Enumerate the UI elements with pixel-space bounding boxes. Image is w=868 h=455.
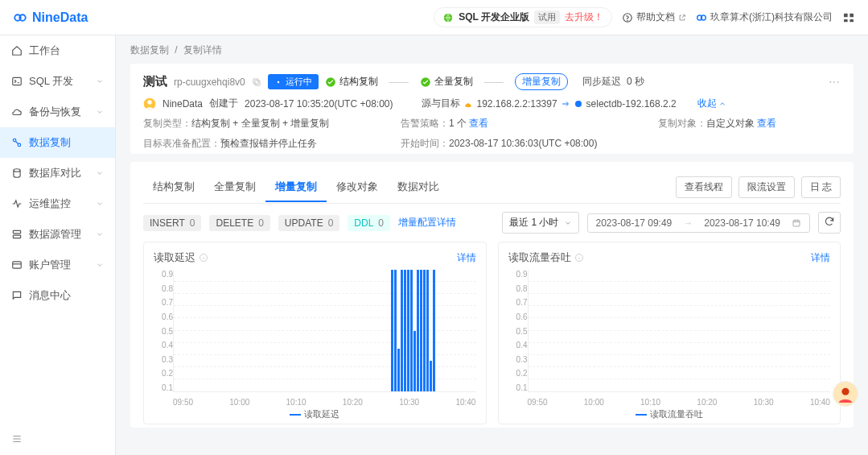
compare-icon <box>11 168 23 179</box>
logo-icon <box>13 10 27 25</box>
info-icon[interactable] <box>574 253 584 263</box>
time-range-select[interactable]: 最近 1 小时 <box>502 212 578 234</box>
stat-value: 0 <box>190 217 195 229</box>
date-range-picker[interactable]: 2023-08-17 09:49 → 2023-08-17 10:49 <box>587 213 811 233</box>
account-icon <box>11 259 23 271</box>
info-type-value: 结构复制 + 全量复制 + 增量复制 <box>191 118 329 129</box>
stat-value: 0 <box>328 217 334 229</box>
tab-struct[interactable]: 结构复制 <box>143 173 204 202</box>
sidebar-item-backup[interactable]: 备份与恢复 <box>0 97 115 127</box>
chevron-up-icon <box>718 100 726 108</box>
cloud-icon <box>11 106 23 118</box>
stat-label: INSERT <box>150 217 185 229</box>
throttle-button[interactable]: 限流设置 <box>738 176 795 198</box>
support-avatar-icon <box>837 385 854 403</box>
tab-incr[interactable]: 增量复制 <box>265 173 327 202</box>
sidebar-item-label: SQL 开发 <box>29 74 96 89</box>
help-doc-link[interactable]: 帮助文档 <box>622 10 686 24</box>
info-obj-value: 自定义对象 <box>706 118 755 129</box>
sidebar-item-sqldev[interactable]: SQL 开发 <box>0 66 115 97</box>
org-link[interactable]: 玖章算术(浙江)科技有限公司 <box>696 10 833 24</box>
legend-label: 读取流量吞吐 <box>650 408 703 420</box>
header-panel: 测试 rp-cuugxehqi8v0 运行中 结构复制 —— 全量复制 —— 增… <box>130 64 854 154</box>
stat-label: DELETE <box>216 217 253 229</box>
arrow-right-icon <box>561 99 570 109</box>
sidebar-item-label: 备份与恢复 <box>29 105 96 119</box>
svg-point-20 <box>277 81 279 83</box>
svg-rect-7 <box>844 13 848 17</box>
svg-rect-29 <box>793 220 800 226</box>
sidebar-item-datasource[interactable]: 数据源管理 <box>0 219 115 250</box>
threads-button[interactable]: 查看线程 <box>676 176 732 198</box>
logs-button[interactable]: 日 志 <box>801 176 841 198</box>
svg-point-24 <box>833 81 835 83</box>
logo[interactable]: NineData <box>13 10 88 25</box>
stat-label: UPDATE <box>285 217 323 229</box>
topbar-right: SQL 开发企业版 试用 去升级！ 帮助文档 玖章算术(浙江)科技有限公司 <box>434 7 855 27</box>
chart-card-throughput: 读取流量吞吐 详情 0.90.80.70.60.50.40.30.20.1 09… <box>498 242 841 424</box>
stat-insert: INSERT0 <box>143 215 201 231</box>
svg-point-28 <box>575 101 582 107</box>
support-avatar[interactable] <box>833 381 858 407</box>
chevron-down-icon <box>96 200 104 208</box>
info-start-label: 开始时间： <box>401 138 449 149</box>
time-range-value: 最近 1 小时 <box>509 216 558 230</box>
incr-config-link[interactable]: 增量配置详情 <box>398 216 456 230</box>
help-icon <box>622 12 633 23</box>
topbar: NineData SQL 开发企业版 试用 去升级！ 帮助文档 玖章算术(浙江)… <box>0 0 868 35</box>
main-content: 数据复制 / 复制详情 测试 rp-cuugxehqi8v0 运行中 结构复制 … <box>116 35 868 455</box>
legend-swatch <box>290 414 301 416</box>
tabs: 结构复制 全量复制 增量复制 修改对象 数据对比 查看线程 限流设置 日 志 <box>143 172 841 204</box>
chevron-down-icon <box>96 108 104 116</box>
chart-detail-link[interactable]: 详情 <box>811 251 830 265</box>
collapse-toggle[interactable]: 收起 <box>697 97 726 110</box>
tab-modify-obj[interactable]: 修改对象 <box>327 173 388 202</box>
chart-detail-link[interactable]: 详情 <box>457 251 476 265</box>
breadcrumb: 数据复制 / 复制详情 <box>130 43 854 57</box>
chart-area-right: 0.90.80.70.60.50.40.30.20.1 09:5010:0010… <box>508 270 831 407</box>
task-id: rp-cuugxehqi8v0 <box>174 77 245 88</box>
home-icon <box>11 45 23 56</box>
collapse-label: 收起 <box>697 97 717 110</box>
sidebar-item-workbench[interactable]: 工作台 <box>0 35 115 66</box>
breadcrumb-root[interactable]: 数据复制 <box>130 44 169 56</box>
refresh-button[interactable] <box>818 212 841 234</box>
step-label: 全量复制 <box>434 75 473 89</box>
info-icon[interactable] <box>199 253 208 263</box>
svg-rect-11 <box>13 77 22 85</box>
upgrade-link[interactable]: 去升级！ <box>565 10 603 24</box>
breadcrumb-current: 复制详情 <box>183 44 222 56</box>
terminal-icon <box>11 76 23 87</box>
creator-avatar-icon <box>143 97 156 110</box>
sidebar-item-messages[interactable]: 消息中心 <box>0 280 115 311</box>
tab-data-compare[interactable]: 数据对比 <box>388 173 449 202</box>
chevron-down-icon <box>96 261 104 269</box>
info-alarm-link[interactable]: 查看 <box>469 118 488 129</box>
svg-point-32 <box>841 388 849 395</box>
apps-icon[interactable] <box>842 11 855 24</box>
chart-area-left: 0.90.80.70.60.50.40.30.20.1 09:5010:0010… <box>154 270 476 407</box>
src-endpoint: 192.168.2.2:13397 <box>476 98 557 110</box>
step-full: 全量复制 <box>420 75 473 89</box>
sidebar-item-label: 数据源管理 <box>29 227 96 242</box>
sync-delay-value: 0 秒 <box>627 76 644 87</box>
copy-id-icon[interactable] <box>252 77 261 87</box>
svg-rect-17 <box>13 262 22 268</box>
sidebar-item-compare[interactable]: 数据库对比 <box>0 158 115 188</box>
info-obj-link[interactable]: 查看 <box>757 118 776 129</box>
tab-full[interactable]: 全量复制 <box>204 173 265 202</box>
globe-icon <box>442 12 454 23</box>
created-at: 2023-08-17 10:35:20(UTC +08:00) <box>245 98 393 110</box>
sidebar-item-replication[interactable]: 数据复制 <box>0 127 115 158</box>
svg-rect-16 <box>13 235 20 238</box>
stat-ddl: DDL0 <box>348 215 390 231</box>
upgrade-pill[interactable]: SQL 开发企业版 试用 去升级！ <box>434 7 612 27</box>
sidebar-item-monitor[interactable]: 运维监控 <box>0 188 115 219</box>
calendar-icon <box>792 218 801 228</box>
sidebar-item-account[interactable]: 账户管理 <box>0 250 115 280</box>
step-label: 结构复制 <box>339 75 378 89</box>
info-alarm-label: 告警策略： <box>401 118 449 129</box>
sidebar-collapse[interactable] <box>0 425 115 455</box>
info-prep-label: 目标表准备配置： <box>143 138 220 149</box>
more-icon[interactable] <box>828 76 841 89</box>
